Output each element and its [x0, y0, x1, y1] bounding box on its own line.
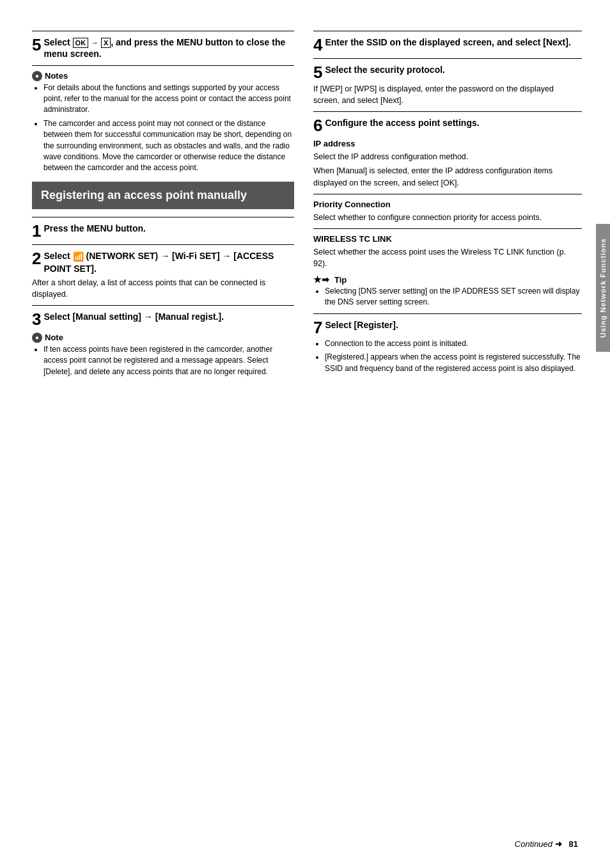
step5-right-title-block: 5 Select the security protocol.	[313, 64, 582, 81]
tip-label: Tip	[334, 275, 347, 285]
rule-step4	[313, 31, 582, 31]
step2-block: 2 Select 📶 (NETWORK SET) → [Wi-Fi SET] →…	[32, 250, 294, 300]
step5-left-block: 5 Select OK → X, and press the MENU butt…	[32, 36, 294, 60]
rule-step3	[32, 305, 294, 306]
right-column: 4 Enter the SSID on the displayed screen…	[313, 26, 582, 842]
section-highlight: Registering an access point manually	[32, 182, 294, 209]
step5-left-title: Select OK → X, and press the MENU button…	[43, 36, 294, 60]
notes-list: For details about the functions and sett…	[32, 83, 294, 174]
step6-sub1-heading: IP address	[313, 139, 582, 148]
tip-list: Selecting [DNS server setting] on the IP…	[313, 286, 582, 308]
note-item-1: For details about the functions and sett…	[43, 83, 294, 116]
rule-step1	[32, 217, 294, 217]
page-container: 5 Select OK → X, and press the MENU butt…	[0, 0, 610, 868]
step5-right-body: If [WEP] or [WPS] is displayed, enter th…	[313, 83, 582, 106]
tip-icon: ★➡	[313, 274, 329, 285]
rule-priority	[313, 194, 582, 194]
step2-body: After a short delay, a list of access po…	[32, 277, 294, 300]
step1-number: 1	[32, 223, 41, 239]
rule-wireless	[313, 228, 582, 229]
step7-number: 7	[313, 319, 322, 336]
page-number: 81	[569, 839, 578, 849]
step7-title-block: 7 Select [Register].	[313, 319, 582, 336]
side-tab-text: Using Network Functions	[599, 238, 607, 338]
side-tab: Using Network Functions	[596, 224, 610, 352]
step6-sub1-body1: Select the IP address configuration meth…	[313, 151, 582, 162]
step6-sub3-heading: WIRELESS TC LINK	[313, 234, 582, 244]
continued-label: Continued	[515, 839, 552, 849]
step7-block: 7 Select [Register]. Connection to the a…	[313, 319, 582, 374]
step5-right-title: Select the security protocol.	[325, 64, 445, 75]
notes-label: Notes	[45, 71, 68, 81]
arrow1: →	[91, 38, 98, 47]
left-column: 5 Select OK → X, and press the MENU butt…	[32, 26, 294, 842]
highlight-text: Registering an access point manually	[41, 189, 247, 201]
step6-sub3-body: Select whether the access point uses the…	[313, 246, 582, 269]
step4-block: 4 Enter the SSID on the displayed screen…	[313, 36, 582, 53]
step3-title: Select [Manual setting] → [Manual regist…	[43, 311, 224, 322]
step4-title: Enter the SSID on the displayed screen, …	[325, 36, 570, 48]
step7-list: Connection to the access point is initia…	[313, 338, 582, 374]
step1-title: Press the MENU button.	[43, 223, 145, 234]
step3-block: 3 Select [Manual setting] → [Manual regi…	[32, 311, 294, 327]
note-single-item: If ten access points have been registere…	[43, 344, 294, 377]
rule-after-step5	[32, 65, 294, 66]
step5-left-title-block: 5 Select OK → X, and press the MENU butt…	[32, 36, 294, 60]
rule-step5-r	[313, 58, 582, 59]
rule-step6	[313, 111, 582, 112]
ok-box: OK	[73, 38, 89, 48]
main-content: 5 Select OK → X, and press the MENU butt…	[0, 0, 610, 868]
step6-title: Configure the access point settings.	[325, 117, 479, 129]
step7-item-2: [Registered.] appears when the access po…	[325, 352, 582, 374]
x-box: X	[101, 38, 111, 48]
note-single-block: ● Note If ten access points have been re…	[32, 333, 294, 377]
step4-title-block: 4 Enter the SSID on the displayed screen…	[313, 36, 582, 53]
notes-block: ● Notes For details about the functions …	[32, 71, 294, 174]
rule-top-step5	[32, 31, 294, 31]
step1-block: 1 Press the MENU button.	[32, 223, 294, 239]
step6-title-block: 6 Configure the access point settings.	[313, 117, 582, 134]
step3-title-block: 3 Select [Manual setting] → [Manual regi…	[32, 311, 294, 327]
step5-right-block: 5 Select the security protocol. If [WEP]…	[313, 64, 582, 106]
step2-title-block: 2 Select 📶 (NETWORK SET) → [Wi-Fi SET] →…	[32, 250, 294, 274]
notes-heading: ● Notes	[32, 71, 294, 81]
page-footer: Continued ➜ 81	[515, 839, 578, 849]
step4-number: 4	[313, 36, 322, 53]
continued-arrow: ➜	[555, 839, 562, 849]
tip-item: Selecting [DNS server setting] on the IP…	[325, 286, 582, 308]
step7-item-1: Connection to the access point is initia…	[325, 338, 582, 349]
note-icon: ●	[32, 71, 42, 81]
step1-title-block: 1 Press the MENU button.	[32, 223, 294, 239]
step3-number: 3	[32, 311, 41, 327]
step6-block: 6 Configure the access point settings. I…	[313, 117, 582, 269]
step7-title: Select [Register].	[325, 319, 398, 331]
step6-sub2-body: Select whether to configure connection p…	[313, 212, 582, 223]
step6-sub2-heading: Priority Connection	[313, 200, 582, 209]
note-single-list: If ten access points have been registere…	[32, 344, 294, 377]
note-single-label: Note	[45, 333, 63, 342]
step2-title: Select 📶 (NETWORK SET) → [Wi-Fi SET] → […	[43, 250, 294, 274]
note-single-icon: ●	[32, 333, 42, 343]
step2-number: 2	[32, 250, 41, 267]
note-item-2: The camcorder and access point may not c…	[43, 118, 294, 174]
tip-block: ★➡ Tip Selecting [DNS server setting] on…	[313, 274, 582, 308]
tip-heading: ★➡ Tip	[313, 274, 582, 285]
network-icon: 📶	[73, 251, 84, 262]
note-single-heading: ● Note	[32, 333, 294, 343]
step6-number: 6	[313, 117, 322, 134]
step5-left-number: 5	[32, 36, 41, 53]
rule-step2	[32, 244, 294, 245]
step6-sub1-body2: When [Manual] is selected, enter the IP …	[313, 165, 582, 188]
step5-right-number: 5	[313, 64, 322, 81]
rule-step7	[313, 313, 582, 314]
